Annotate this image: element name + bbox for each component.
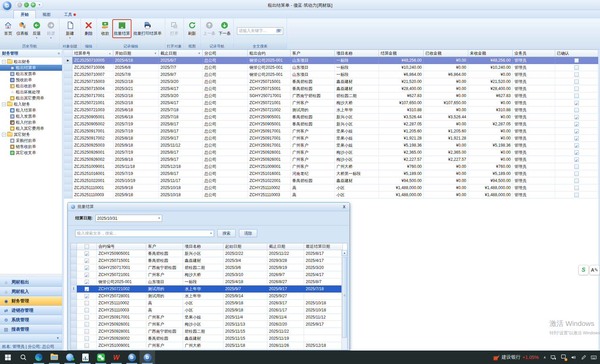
annotate-tool-button[interactable]: A✎: [590, 265, 600, 275]
grid-column-header[interactable]: 租出合约: [248, 50, 291, 57]
row-select-checkbox[interactable]: [85, 294, 89, 298]
dialog-column-header[interactable]: 最近结算日期: [304, 243, 343, 250]
dialog-table-row[interactable]: ZCHY251110002高小区2025/9/182026/3/172025/1…: [71, 300, 347, 307]
search-go-button[interactable]: 搜!: [276, 28, 281, 34]
home-button[interactable]: 首页: [1, 20, 15, 37]
sidebar-item[interactable]: ▦租出结算单: [0, 65, 62, 71]
grid-column-header[interactable]: 开始日期▼: [113, 50, 159, 57]
dialog-table-row[interactable]: [71, 349, 347, 350]
delete-button[interactable]: 删除: [82, 20, 95, 37]
confirmed-checkbox[interactable]: [574, 150, 579, 155]
row-select-checkbox[interactable]: [85, 251, 89, 256]
grid-column-header[interactable]: 未收金额: [468, 50, 513, 57]
module-nav-item[interactable]: ▤报表管理: [0, 325, 62, 334]
table-row[interactable]: ZCJS2510090012025/11/182025/12/18总公司ZCHY…: [64, 163, 600, 170]
row-select-checkbox[interactable]: [85, 315, 89, 320]
table-row[interactable]: ZCJS2509250032025/9/182025/11/12总公司ZCHY2…: [64, 142, 600, 149]
grid-column-header[interactable]: 业务员: [513, 50, 555, 57]
tab-tools[interactable]: 工具: [57, 10, 83, 19]
dialog-table-row[interactable]: ZCHY250905001番禺碧桂园新兴小区2025/2/222025/11/2…: [71, 250, 347, 257]
grid-column-header[interactable]: 已收金额: [424, 50, 468, 57]
confirmed-checkbox[interactable]: [574, 172, 579, 176]
dialog-table-row[interactable]: ZCHY250917001广州客户坚果小姐2025/11/42026/11/42…: [71, 314, 347, 321]
open-button[interactable]: 打开: [167, 20, 182, 37]
row-select-checkbox[interactable]: [85, 336, 89, 341]
notification-icon[interactable]: [561, 354, 566, 361]
table-row[interactable]: ▶ZCJS2507100052025/4/182025/6/7总公司钢管公司20…: [64, 57, 600, 64]
dialog-table-row[interactable]: ZCHY250715001番禺碧桂园鑫磊建材2025/3/42029/3/282…: [71, 257, 347, 264]
table-row[interactable]: ZCJS2507210012025/2/182025/4/17总公司ZCHY25…: [64, 99, 600, 107]
confirmed-checkbox[interactable]: [574, 101, 579, 105]
table-row[interactable]: ZCJS2507100062025/6/82025/7/7总公司钢管公司2025…: [64, 64, 600, 71]
sidebar-item[interactable]: ▤预收款单: [0, 77, 62, 83]
sidebar-item[interactable]: ◉租出其它费用单: [0, 95, 62, 101]
speaker-icon[interactable]: [571, 355, 576, 360]
refresh-button[interactable]: 刷新: [185, 20, 199, 37]
pen-icon[interactable]: [581, 355, 587, 360]
module-nav-item[interactable]: ⇄进销存管理: [0, 306, 62, 315]
collapse-expander-icon[interactable]: −: [2, 60, 6, 64]
row-select-checkbox[interactable]: [85, 322, 89, 327]
confirmed-checkbox[interactable]: [574, 122, 579, 126]
sidebar-item[interactable]: ◨租出收款单: [0, 83, 62, 89]
confirmed-checkbox[interactable]: [574, 143, 579, 148]
batch-settle-button[interactable]: 批量结算: [113, 20, 131, 37]
row-select-checkbox[interactable]: [85, 266, 89, 270]
table-row[interactable]: ZCJS2509260012025/7/192025/8/17总公司ZCHY25…: [64, 149, 600, 156]
dialog-column-header[interactable]: 起始日期: [223, 243, 267, 250]
grid-column-header[interactable]: 已确认: [555, 50, 598, 57]
module-nav-item[interactable]: ⌂周材租入: [0, 287, 62, 296]
next-record-button[interactable]: 下一条: [217, 20, 232, 37]
chat-app-taskbar-icon[interactable]: [62, 351, 78, 364]
settle-date-picker[interactable]: 2025/10/31 ▼: [95, 215, 162, 222]
dialog-table-row[interactable]: ZCHY250721001广州客户梅沙大桥2025/3/102026/9/720…: [71, 271, 347, 278]
grid-scrollbar[interactable]: [598, 50, 600, 351]
app-logo[interactable]: D: [2, 1, 12, 11]
confirmed-checkbox[interactable]: [574, 87, 579, 91]
sidebar-item[interactable]: ▦租入结算单: [0, 107, 62, 113]
sidebar-item[interactable]: ≣租出发票单: [0, 71, 62, 77]
network-icon[interactable]: [550, 355, 556, 360]
module-nav-item[interactable]: ⚙系统管理: [0, 315, 62, 325]
confirmed-checkbox[interactable]: [574, 80, 579, 84]
wps-taskbar-icon[interactable]: W: [109, 351, 124, 364]
row-select-checkbox[interactable]: [85, 287, 89, 291]
grid-column-header[interactable]: 项目名称: [335, 50, 379, 57]
row-select-checkbox[interactable]: [85, 308, 89, 312]
erp-app-active-taskbar-icon[interactable]: D: [140, 351, 155, 364]
dialog-column-header[interactable]: 项目名称: [183, 243, 223, 250]
select-all-checkbox[interactable]: [85, 244, 89, 249]
table-row[interactable]: ZCJS2509260022025/8/182025/9/17总公司ZCHY25…: [64, 156, 600, 163]
sidebar-item[interactable]: ◈销售收款单: [0, 144, 62, 150]
grid-column-header[interactable]: 结算金额: [379, 50, 424, 57]
module-nav-item[interactable]: ⌂周材租出: [0, 277, 62, 287]
tree-folder[interactable]: −其它财务: [0, 131, 62, 138]
row-select-checkbox[interactable]: [85, 259, 89, 263]
previous-record-button[interactable]: 上一条: [202, 20, 217, 37]
row-select-checkbox[interactable]: [85, 273, 89, 277]
confirmed-checkbox[interactable]: [574, 179, 579, 183]
grid-column-header[interactable]: 结算单号▲: [72, 50, 113, 57]
table-row[interactable]: ZCJS2509170022025/8/182025/9/17总公司ZCHY25…: [64, 135, 600, 142]
scrollbar-thumb[interactable]: [342, 257, 347, 338]
sidebar-item[interactable]: ⚠租出坏账处理: [0, 89, 62, 95]
row-select-checkbox[interactable]: [85, 301, 89, 305]
erp-app-taskbar-icon[interactable]: D: [124, 351, 140, 364]
dialog-clear-button[interactable]: 清除: [239, 229, 257, 237]
dialog-table-row[interactable]: ZCHY250728001测试用的水上年华2025/9/142025/9/27: [71, 293, 347, 300]
dialog-scrollbar[interactable]: ▲: [341, 250, 347, 350]
start-button[interactable]: [0, 351, 16, 364]
module-nav-item[interactable]: ◉财务管理: [0, 296, 62, 306]
dialog-column-header[interactable]: 客户: [146, 243, 183, 250]
table-row[interactable]: ZCJS2507100072025/7/82025/8/7总公司钢管公司2025…: [64, 71, 600, 78]
confirmed-checkbox[interactable]: [574, 94, 579, 98]
dialog-table-row[interactable]: ZCHY250928001广西南宁碧桂园碧桂园二期2025/11/152025/…: [71, 328, 347, 335]
dialog-search-input[interactable]: 输入搜索文本，搜索... ▼: [75, 230, 214, 237]
keyword-search-input[interactable]: 请输入关键字... 搜!: [237, 27, 283, 35]
batch-print-button[interactable]: 批量打印结算单: [131, 20, 163, 37]
confirmed-checkbox[interactable]: [574, 72, 579, 77]
row-select-checkbox[interactable]: [85, 343, 89, 348]
tab-start[interactable]: 开始: [13, 10, 36, 19]
collapse-expander-icon[interactable]: −: [2, 102, 6, 106]
sidebar-item[interactable]: ◍其它收支单: [0, 150, 62, 156]
